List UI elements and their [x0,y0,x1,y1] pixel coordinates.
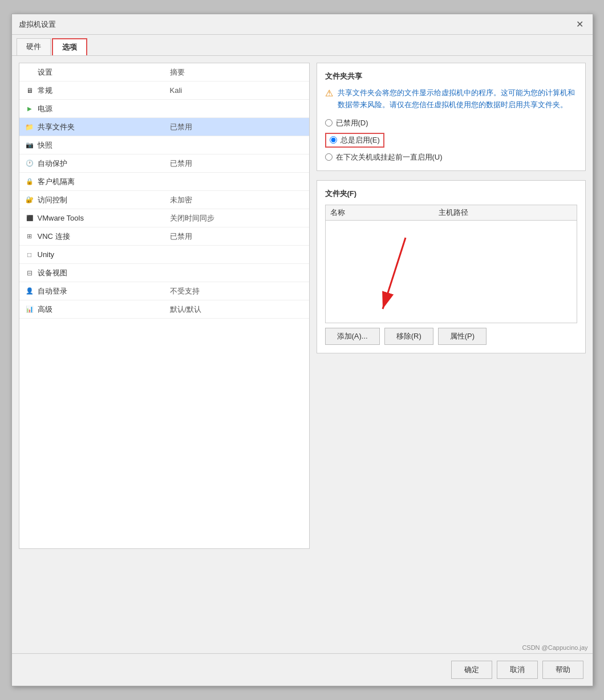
autologin-icon [25,287,34,296]
settings-label-shared-folders: 共享文件夹 [19,120,164,135]
svg-line-1 [383,238,406,309]
window-title: 虚拟机设置 [19,19,56,30]
settings-label-guest-isolation: 客户机隔离 [19,174,164,189]
settings-row-vmware-tools[interactable]: VMware Tools 关闭时间同步 [19,209,309,227]
warning-icon: ⚠ [325,88,333,111]
remove-button[interactable]: 移除(R) [384,328,433,345]
auto-icon [25,159,34,168]
folder-actions: 添加(A)... 移除(R) 属性(P) [325,328,577,345]
col-path-header: 主机路径 [439,207,571,218]
settings-row-snapshot[interactable]: 快照 [19,136,309,154]
radio-always-label: 总是启用(E) [340,135,380,145]
settings-label-unity: Unity [19,248,164,262]
settings-value-autologin: 不受支持 [164,284,309,299]
title-bar: 虚拟机设置 ✕ [12,14,593,35]
settings-row-advanced[interactable]: 高级 默认/默认 [19,300,309,319]
main-window: 虚拟机设置 ✕ 硬件 选项 设置 摘要 常规 Kal [11,14,593,686]
settings-label-general: 常规 [19,83,164,98]
radio-disabled-label: 已禁用(D) [336,118,368,128]
radio-once-label: 在下次关机或挂起前一直启用(U) [336,152,443,162]
annotation-arrow [337,221,451,323]
warning-text: 共享文件夹会将您的文件显示给虚拟机中的程序。这可能为您的计算机和数据带来风险。请… [338,87,577,111]
settings-label-autoprotect: 自动保护 [19,156,164,171]
advanced-icon [25,305,34,314]
settings-label-device-view: 设备视图 [19,266,164,280]
add-button[interactable]: 添加(A)... [325,328,380,345]
cancel-button[interactable]: 取消 [497,661,538,679]
help-button[interactable]: 帮助 [542,661,583,679]
radio-always-selected-box: 总是启用(E) [325,133,384,148]
folder-list-body [325,221,577,323]
settings-value-power [164,107,309,111]
settings-label-power: 电源 [19,101,164,116]
settings-value-vmware-tools: 关闭时间同步 [164,211,309,226]
shield-icon [25,177,34,186]
bottom-bar: 确定 取消 帮助 [12,653,593,686]
settings-value-general: Kali [164,84,309,97]
settings-row-access-control[interactable]: 访问控制 未加密 [19,191,309,209]
settings-label-settings: 设置 [19,65,164,80]
settings-row-general[interactable]: 常规 Kali [19,82,309,100]
folder-icon [25,123,34,132]
settings-value-snapshot [164,143,309,148]
radio-disabled[interactable]: 已禁用(D) [325,118,577,128]
radio-once-input[interactable] [325,153,333,161]
radio-always[interactable]: 总是启用(E) [325,133,577,148]
settings-value-vnc: 已禁用 [164,229,309,244]
file-sharing-title: 文件夹共享 [325,71,577,82]
lock-icon [25,196,34,205]
monitor-icon [25,86,34,95]
settings-label-snapshot: 快照 [19,138,164,153]
folder-list-header: 名称 主机路径 [325,205,577,221]
settings-icon [25,68,34,77]
vnc-icon [25,232,34,241]
settings-label-vmware-tools: VMware Tools [19,211,164,225]
settings-list-panel: 设置 摘要 常规 Kali 电源 [19,63,310,549]
spacer [12,556,593,643]
settings-row-shared-folders[interactable]: 共享文件夹 已禁用 [19,118,309,136]
settings-value-settings: 摘要 [164,65,309,80]
file-sharing-section: 文件夹共享 ⚠ 共享文件夹会将您的文件显示给虚拟机中的程序。这可能为您的计算机和… [317,63,586,171]
power-icon [25,104,34,113]
settings-label-access-control: 访问控制 [19,193,164,207]
settings-value-guest-isolation [164,180,309,184]
camera-icon [25,141,34,150]
vmware-icon [25,214,34,223]
settings-row-autoprotect[interactable]: 自动保护 已禁用 [19,154,309,173]
watermark: CSDN @Cappucino.jay [12,643,593,653]
radio-always-input[interactable] [330,136,337,144]
col-name-header: 名称 [330,207,439,218]
settings-row-power[interactable]: 电源 [19,100,309,118]
settings-row-vnc[interactable]: VNC 连接 已禁用 [19,227,309,246]
radio-group: 已禁用(D) 总是启用(E) 在下次关机或挂起前一直启用(U) [325,118,577,162]
confirm-button[interactable]: 确定 [451,661,492,679]
radio-once[interactable]: 在下次关机或挂起前一直启用(U) [325,152,577,162]
settings-label-advanced: 高级 [19,302,164,317]
right-panel: 文件夹共享 ⚠ 共享文件夹会将您的文件显示给虚拟机中的程序。这可能为您的计算机和… [317,63,586,549]
folder-section-title: 文件夹(F) [325,189,577,199]
settings-row-unity[interactable]: Unity [19,246,309,264]
settings-row-guest-isolation[interactable]: 客户机隔离 [19,173,309,191]
properties-button[interactable]: 属性(P) [438,328,487,345]
settings-row-device-view[interactable]: 设备视图 [19,264,309,282]
settings-value-autoprotect: 已禁用 [164,156,309,171]
device-icon [25,268,34,278]
close-button[interactable]: ✕ [574,19,586,30]
settings-value-access-control: 未加密 [164,193,309,207]
warning-box: ⚠ 共享文件夹会将您的文件显示给虚拟机中的程序。这可能为您的计算机和数据带来风险… [325,87,577,111]
settings-value-shared-folders: 已禁用 [164,120,309,135]
settings-label-vnc: VNC 连接 [19,229,164,244]
main-content: 设置 摘要 常规 Kali 电源 [12,56,593,556]
folder-section: 文件夹(F) 名称 主机路径 [317,180,586,353]
settings-row-settings[interactable]: 设置 摘要 [19,63,309,82]
tab-options[interactable]: 选项 [52,38,87,55]
tab-bar: 硬件 选项 [12,35,593,56]
settings-label-autologin: 自动登录 [19,284,164,299]
settings-value-advanced: 默认/默认 [164,302,309,317]
settings-row-autologin[interactable]: 自动登录 不受支持 [19,282,309,300]
tab-hardware[interactable]: 硬件 [17,38,51,55]
radio-disabled-input[interactable] [325,119,333,127]
unity-icon [25,250,34,259]
settings-value-unity [164,253,309,257]
settings-value-device-view [164,271,309,275]
